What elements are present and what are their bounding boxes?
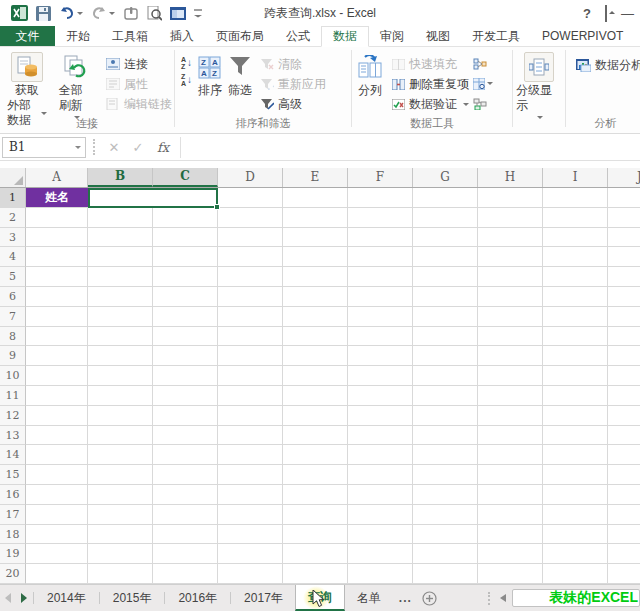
cell-B11[interactable]: [88, 386, 153, 406]
cell-A14[interactable]: [26, 445, 88, 465]
cell-G2[interactable]: [413, 208, 478, 228]
cell-I7[interactable]: [543, 307, 608, 327]
row-header-11[interactable]: 11: [0, 386, 26, 406]
cell-I15[interactable]: [543, 465, 608, 485]
column-header-E[interactable]: E: [283, 168, 348, 187]
touch-mouse-mode-button[interactable]: [119, 2, 143, 24]
cell-F8[interactable]: [348, 327, 413, 347]
formula-input[interactable]: [180, 137, 640, 158]
cell-G17[interactable]: [413, 505, 478, 525]
cell-G15[interactable]: [413, 465, 478, 485]
cell-D16[interactable]: [218, 485, 283, 505]
cell-E14[interactable]: [283, 445, 348, 465]
tab-powerpivot[interactable]: POWERPIVOT: [531, 26, 634, 46]
cell-B18[interactable]: [88, 525, 153, 545]
undo-button[interactable]: [55, 2, 87, 24]
cell-H13[interactable]: [478, 426, 543, 446]
cell-I14[interactable]: [543, 445, 608, 465]
cell-C16[interactable]: [153, 485, 218, 505]
cell-G16[interactable]: [413, 485, 478, 505]
cell-E7[interactable]: [283, 307, 348, 327]
cell-F13[interactable]: [348, 426, 413, 446]
row-header-19[interactable]: 19: [0, 544, 26, 564]
cell-G10[interactable]: [413, 366, 478, 386]
text-to-columns-button[interactable]: 分列: [354, 50, 386, 100]
cell-E16[interactable]: [283, 485, 348, 505]
cell-D5[interactable]: [218, 267, 283, 287]
cell-H1[interactable]: [478, 188, 543, 208]
cell-E2[interactable]: [283, 208, 348, 228]
cell-C14[interactable]: [153, 445, 218, 465]
cell-E9[interactable]: [283, 346, 348, 366]
customize-qat-button[interactable]: [190, 2, 207, 24]
cell-I9[interactable]: [543, 346, 608, 366]
redo-button[interactable]: [87, 2, 119, 24]
cell-I8[interactable]: [543, 327, 608, 347]
cell-C3[interactable]: [153, 228, 218, 248]
new-sheet-button[interactable]: [422, 585, 437, 611]
sheet-tabs-overflow[interactable]: ...: [393, 585, 418, 611]
cell-C5[interactable]: [153, 267, 218, 287]
sort-descending-button[interactable]: ZA↓: [181, 73, 192, 87]
sheet-tab-2016[interactable]: 2016年: [166, 585, 229, 611]
cell-B20[interactable]: [88, 564, 153, 584]
cell-I16[interactable]: [543, 485, 608, 505]
cell-C6[interactable]: [153, 287, 218, 307]
cell-F7[interactable]: [348, 307, 413, 327]
cell-G7[interactable]: [413, 307, 478, 327]
help-button[interactable]: ?: [583, 6, 591, 21]
data-validation-button[interactable]: 数据验证: [390, 95, 471, 113]
tab-page-layout[interactable]: 页面布局: [205, 26, 275, 46]
cell-F6[interactable]: [348, 287, 413, 307]
column-header-G[interactable]: G: [413, 168, 478, 187]
cell-E5[interactable]: [283, 267, 348, 287]
cell-B17[interactable]: [88, 505, 153, 525]
cell-F11[interactable]: [348, 386, 413, 406]
cell-A7[interactable]: [26, 307, 88, 327]
cell-H15[interactable]: [478, 465, 543, 485]
sheet-tab-mingdan[interactable]: 名单: [345, 585, 393, 611]
connections-button[interactable]: 连接: [104, 55, 174, 73]
row-header-16[interactable]: 16: [0, 485, 26, 505]
cell-C4[interactable]: [153, 247, 218, 267]
cell-J3[interactable]: [608, 228, 640, 248]
cell-C18[interactable]: [153, 525, 218, 545]
cell-J13[interactable]: [608, 426, 640, 446]
cell-F1[interactable]: [348, 188, 413, 208]
cell-E8[interactable]: [283, 327, 348, 347]
filter-button[interactable]: 筛选: [225, 50, 255, 100]
cell-G14[interactable]: [413, 445, 478, 465]
row-header-18[interactable]: 18: [0, 525, 26, 545]
row-header-7[interactable]: 7: [0, 307, 26, 327]
cell-I10[interactable]: [543, 366, 608, 386]
row-header-3[interactable]: 3: [0, 228, 26, 248]
remove-duplicates-button[interactable]: 删除重复项: [390, 75, 471, 93]
cell-J7[interactable]: [608, 307, 640, 327]
tab-file[interactable]: 文件: [0, 26, 55, 46]
cell-D15[interactable]: [218, 465, 283, 485]
cell-E13[interactable]: [283, 426, 348, 446]
cell-J12[interactable]: [608, 406, 640, 426]
cell-A13[interactable]: [26, 426, 88, 446]
row-header-1[interactable]: 1: [0, 188, 26, 208]
cell-J19[interactable]: [608, 544, 640, 564]
cell-G3[interactable]: [413, 228, 478, 248]
cell-H6[interactable]: [478, 287, 543, 307]
cell-A20[interactable]: [26, 564, 88, 584]
cell-D3[interactable]: [218, 228, 283, 248]
cell-C2[interactable]: [153, 208, 218, 228]
enter-icon[interactable]: ✓: [126, 140, 150, 155]
cell-I2[interactable]: [543, 208, 608, 228]
print-preview-button[interactable]: [143, 2, 166, 24]
cell-D8[interactable]: [218, 327, 283, 347]
redo-dropdown-caret[interactable]: [109, 12, 115, 18]
cell-A8[interactable]: [26, 327, 88, 347]
cell-G18[interactable]: [413, 525, 478, 545]
name-box-caret[interactable]: [75, 146, 81, 152]
cell-J18[interactable]: [608, 525, 640, 545]
advanced-filter-button[interactable]: 高级: [259, 95, 328, 113]
cell-E15[interactable]: [283, 465, 348, 485]
cell-I19[interactable]: [543, 544, 608, 564]
cell-H16[interactable]: [478, 485, 543, 505]
cell-E11[interactable]: [283, 386, 348, 406]
